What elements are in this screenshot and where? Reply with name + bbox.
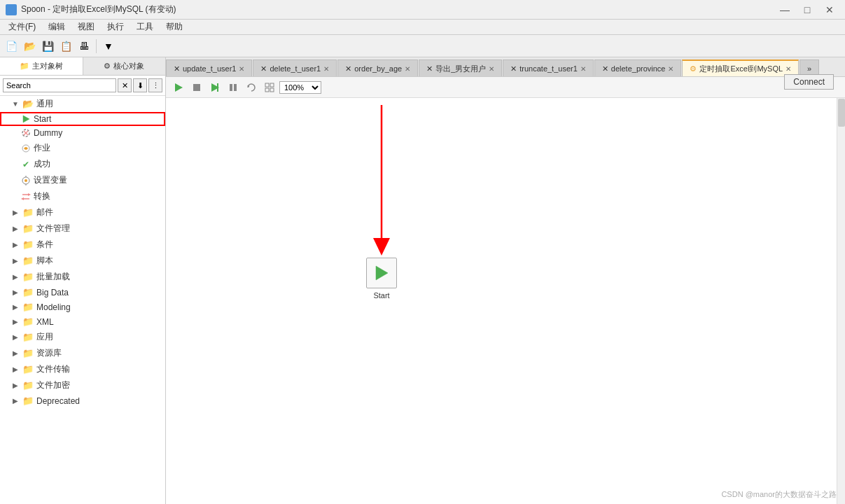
zoom-select[interactable]: 100% 75% 50% 125% 150% [279, 81, 321, 94]
tab-order-by-age[interactable]: ✕ order_by_age ✕ [337, 59, 418, 76]
tree-label-bigdata: Big Data [36, 288, 69, 298]
tree-label-repo: 资源库 [36, 347, 62, 359]
canvas-node-box-start[interactable] [366, 258, 397, 288]
tree-item-filetransfer[interactable]: ▶ 📁 文件传输 [0, 361, 165, 377]
close-button[interactable]: ✕ [820, 3, 839, 17]
tree-item-repo[interactable]: ▶ 📁 资源库 [0, 345, 165, 361]
watermark: CSDN @manor的大数据奋斗之路 [721, 489, 837, 500]
toolbar-dropdown[interactable]: ▼ [100, 38, 117, 55]
toolbar-new[interactable]: 📄 [3, 38, 20, 55]
tab-close-3[interactable]: ✕ [489, 65, 494, 73]
tree-item-dummy[interactable]: Dummy [0, 126, 165, 140]
svg-rect-21 [270, 83, 274, 87]
tree-item-job[interactable]: 作业 [0, 140, 165, 156]
tree-item-bulkload[interactable]: ▶ 📁 批量加载 [0, 269, 165, 285]
canvas-scrollbar-v[interactable] [837, 98, 845, 504]
panel-tab-core-icon: ⚙ [104, 62, 111, 71]
setvars-icon [21, 176, 31, 186]
tree-item-modeling[interactable]: ▶ 📁 Modeling [0, 300, 165, 314]
folder-icon-fileencrypt: 📁 [22, 380, 34, 391]
tree-item-fileencrypt[interactable]: ▶ 📁 文件加密 [0, 377, 165, 393]
tab-update-t-user1[interactable]: ✕ update_t_user1 ✕ [166, 59, 252, 76]
svg-marker-25 [373, 238, 390, 255]
tree-item-condition[interactable]: ▶ 📁 条件 [0, 237, 165, 253]
tab-close-1[interactable]: ✕ [323, 65, 329, 73]
search-options-button[interactable]: ⋮ [148, 78, 162, 92]
tab-close-0[interactable]: ✕ [239, 65, 244, 73]
pause-button[interactable] [225, 80, 242, 95]
search-input[interactable] [3, 78, 116, 92]
tree-item-start[interactable]: Start [0, 112, 165, 126]
start-icon [21, 114, 31, 124]
menu-view[interactable]: 视图 [72, 20, 100, 34]
menu-edit[interactable]: 编辑 [43, 20, 71, 34]
canvas-scrollbar-thumb[interactable] [838, 99, 845, 127]
tree-item-apply[interactable]: ▶ 📁 应用 [0, 329, 165, 345]
connect-button[interactable]: Connect [784, 74, 834, 90]
menu-run[interactable]: 执行 [102, 20, 130, 34]
tree: ▼ 📂 通用 Start [0, 96, 165, 504]
expand-icon-modeling: ▶ [11, 303, 20, 312]
tab-delete-province[interactable]: ✕ delete_province ✕ [594, 59, 682, 76]
tab-close-2[interactable]: ✕ [405, 65, 410, 73]
expand-icon-xml: ▶ [11, 318, 20, 326]
tree-label-start: Start [34, 114, 51, 124]
tree-item-script[interactable]: ▶ 📁 脚本 [0, 253, 165, 269]
tab-label-0: update_t_user1 [183, 64, 236, 73]
sub-toolbar: 100% 75% 50% 125% 150% [166, 77, 845, 98]
tab-truncate-t-user1[interactable]: ✕ truncate_t_user1 ✕ [503, 59, 594, 76]
tab-close-5[interactable]: ✕ [668, 65, 673, 73]
menu-tools[interactable]: 工具 [131, 20, 159, 34]
tree-label-dummy: Dummy [34, 128, 62, 138]
expand-icon-condition: ▶ [11, 241, 20, 249]
tree-item-setvars[interactable]: 设置变量 [0, 172, 165, 188]
panel-tab-core[interactable]: ⚙ 核心对象 [83, 57, 166, 75]
canvas[interactable]: Start CSDN @manor的大数据奋斗之路 [166, 98, 845, 504]
tree-item-bigdata[interactable]: ▶ 📁 Big Data [0, 285, 165, 300]
run-button[interactable] [170, 80, 187, 95]
refresh-button[interactable] [243, 80, 260, 95]
folder-icon-filemanage: 📁 [22, 223, 34, 234]
window-controls: — □ ✕ [775, 3, 839, 17]
tab-delete-t-user1[interactable]: ✕ delete_t_user1 ✕ [253, 59, 337, 76]
tab-close-6[interactable]: ✕ [785, 65, 791, 73]
toolbar-open[interactable]: 📂 [21, 38, 38, 55]
tab-close-4[interactable]: ✕ [580, 65, 586, 73]
menu-help[interactable]: 帮助 [160, 20, 188, 34]
maximize-button[interactable]: □ [797, 3, 817, 17]
folder-icon-general: 📂 [22, 99, 34, 109]
run-selected-button[interactable] [207, 80, 223, 95]
expand-icon-script: ▶ [11, 257, 20, 265]
tab-label-1: delete_t_user1 [270, 64, 321, 73]
folder-icon-mail: 📁 [22, 207, 34, 218]
layout-button[interactable] [261, 80, 278, 95]
tab-label-2: order_by_age [354, 64, 402, 73]
tree-item-mail[interactable]: ▶ 📁 邮件 [0, 204, 165, 220]
stop-button[interactable] [188, 80, 205, 95]
folder-icon-xml: 📁 [22, 316, 34, 327]
search-clear-button[interactable]: ✕ [118, 78, 132, 92]
tree-item-deprecated[interactable]: ▶ 📁 Deprecated [0, 393, 165, 408]
toolbar-saveas[interactable]: 📋 [57, 38, 74, 55]
svg-marker-11 [28, 193, 31, 196]
app-icon [6, 4, 17, 15]
toolbar-print[interactable]: 🖶 [76, 38, 92, 55]
tab-export-users[interactable]: ✕ 导出_男女用户 ✕ [419, 59, 502, 76]
search-expand-button[interactable]: ⬇ [133, 78, 147, 92]
tab-label-5: delete_province [611, 64, 666, 73]
toolbar-save[interactable]: 💾 [39, 38, 56, 55]
tree-item-transform[interactable]: 转换 [0, 188, 165, 204]
folder-icon-script: 📁 [22, 255, 34, 266]
panel-tab-main[interactable]: 📁 主对象树 [0, 57, 83, 75]
canvas-node-start[interactable]: Start [366, 258, 397, 300]
tree-item-success[interactable]: ✔ 成功 [0, 156, 165, 172]
svg-rect-22 [265, 88, 269, 92]
tree-item-xml[interactable]: ▶ 📁 XML [0, 314, 165, 329]
tree-item-general[interactable]: ▼ 📂 通用 [0, 96, 165, 112]
tree-item-filemanage[interactable]: ▶ 📁 文件管理 [0, 220, 165, 237]
minimize-button[interactable]: — [775, 3, 795, 17]
tab-scheduled-extract[interactable]: ⚙ 定时抽取Excel到MySQL ✕ [682, 59, 799, 76]
dummy-icon [21, 128, 31, 138]
canvas-node-label-start: Start [373, 291, 389, 300]
menu-file[interactable]: 文件(F) [3, 20, 41, 34]
